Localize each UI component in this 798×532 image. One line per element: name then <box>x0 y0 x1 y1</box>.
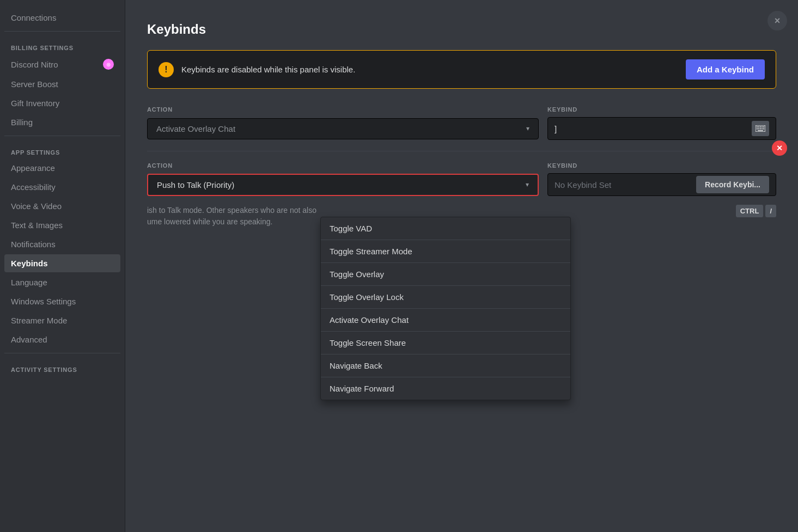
dropdown-item-toggle-streamer-mode[interactable]: Toggle Streamer Mode <box>321 240 570 263</box>
keybind-ctrl-tag: CTRL <box>736 205 764 217</box>
delete-keybind-button[interactable]: ✕ <box>772 140 787 156</box>
svg-rect-7 <box>758 129 759 130</box>
sidebar: Connections Billing Settings Discord Nit… <box>0 0 125 532</box>
action-dropdown-menu: Toggle VAD Toggle Streamer Mode Toggle O… <box>320 217 571 400</box>
sidebar-item-streamer-mode[interactable]: Streamer Mode <box>4 311 120 329</box>
sidebar-divider-2 <box>4 136 120 136</box>
sidebar-section-app: App Settings <box>4 140 120 159</box>
main-content: × Keybinds ! Keybinds are disabled while… <box>125 0 798 532</box>
keybind-labels-2: Action Keybind <box>147 162 776 169</box>
sidebar-item-windows-settings[interactable]: Windows Settings <box>4 292 120 310</box>
svg-rect-2 <box>758 126 759 127</box>
svg-rect-1 <box>757 126 758 127</box>
svg-rect-9 <box>762 129 763 130</box>
sidebar-item-server-boost[interactable]: Server Boost <box>4 75 120 93</box>
label-action-2: Action <box>147 162 547 169</box>
keybind-value-1: ] <box>555 124 557 133</box>
sidebar-section-activity: Activity Settings <box>4 358 120 376</box>
sidebar-item-billing[interactable]: Billing <box>4 113 120 131</box>
svg-rect-4 <box>762 126 763 127</box>
svg-rect-6 <box>757 129 758 130</box>
sidebar-item-connections[interactable]: Connections <box>4 9 120 27</box>
action-dropdown-1[interactable]: Activate Overlay Chat ▾ <box>147 118 539 139</box>
close-icon: × <box>775 15 781 27</box>
warning-icon: ! <box>159 62 174 77</box>
label-keybind-2: Keybind <box>547 162 776 169</box>
record-keybind-button[interactable]: Record Keybi... <box>696 176 769 193</box>
sidebar-item-gift-inventory[interactable]: Gift Inventory <box>4 94 120 112</box>
close-button[interactable]: × <box>767 11 787 30</box>
svg-rect-5 <box>763 126 764 127</box>
sidebar-item-notifications[interactable]: Notifications <box>4 235 120 253</box>
sidebar-item-discord-nitro[interactable]: Discord Nitro ⊛ <box>4 54 120 74</box>
keyboard-icon <box>756 125 765 132</box>
keybind-input-2: No Keybind Set Record Keybi... <box>547 173 776 196</box>
label-action-1: Action <box>147 106 547 113</box>
sidebar-item-text-images[interactable]: Text & Images <box>4 216 120 234</box>
sidebar-section-billing: Billing Settings <box>4 36 120 54</box>
sidebar-item-accessibility[interactable]: Accessibility <box>4 178 120 196</box>
dropdown-arrow-2: ▾ <box>526 181 529 188</box>
row-divider <box>147 151 776 151</box>
nitro-icon: ⊛ <box>103 59 114 70</box>
sidebar-item-language[interactable]: Language <box>4 273 120 291</box>
keybind-fields-1: Activate Overlay Chat ▾ ] <box>147 117 776 140</box>
dropdown-item-toggle-vad[interactable]: Toggle VAD <box>321 217 570 240</box>
warning-text: Keybinds are disabled while this panel i… <box>181 65 355 74</box>
sidebar-item-advanced[interactable]: Advanced <box>4 331 120 348</box>
warning-banner: ! Keybinds are disabled while this panel… <box>147 50 776 89</box>
keybind-tag-row: CTRL / <box>547 205 776 217</box>
keybind-slash-tag: / <box>765 205 776 217</box>
keybind-fields-2: Push to Talk (Priority) ▾ No Keybind Set… <box>147 173 776 196</box>
action-dropdown-2-value: Push to Talk (Priority) <box>157 180 234 189</box>
sidebar-item-voice-video[interactable]: Voice & Video <box>4 197 120 215</box>
dropdown-item-navigate-back[interactable]: Navigate Back <box>321 354 570 377</box>
add-keybind-button[interactable]: Add a Keybind <box>686 59 765 80</box>
warning-left: ! Keybinds are disabled while this panel… <box>159 62 355 77</box>
svg-rect-3 <box>760 126 761 127</box>
action-dropdown-1-value: Activate Overlay Chat <box>156 124 235 133</box>
sidebar-item-appearance[interactable]: Appearance <box>4 159 120 177</box>
dropdown-arrow-1: ▾ <box>526 125 529 132</box>
svg-rect-10 <box>763 129 764 130</box>
dropdown-item-toggle-screen-share[interactable]: Toggle Screen Share <box>321 332 570 354</box>
keyboard-icon-button-1[interactable] <box>752 121 769 136</box>
dropdown-item-navigate-forward[interactable]: Navigate Forward <box>321 377 570 400</box>
sidebar-item-keybinds[interactable]: Keybinds <box>4 254 120 272</box>
page-title: Keybinds <box>147 22 776 37</box>
dropdown-item-toggle-overlay[interactable]: Toggle Overlay <box>321 263 570 286</box>
dropdown-item-activate-overlay-chat[interactable]: Activate Overlay Chat <box>321 309 570 332</box>
sidebar-divider <box>4 31 120 32</box>
keybind-labels: Action Keybind <box>147 106 776 113</box>
keybind-input-1: ] <box>547 117 776 140</box>
sidebar-divider-3 <box>4 353 120 353</box>
label-keybind-1: Keybind <box>547 106 776 113</box>
delete-icon: ✕ <box>776 144 783 152</box>
svg-rect-8 <box>760 129 761 130</box>
keybind-row-1: Action Keybind Activate Overlay Chat ▾ ] <box>147 106 776 140</box>
svg-rect-11 <box>758 130 763 131</box>
dropdown-item-toggle-overlay-lock[interactable]: Toggle Overlay Lock <box>321 286 570 309</box>
action-dropdown-2[interactable]: Push to Talk (Priority) ▾ <box>147 174 539 196</box>
no-keybind-placeholder: No Keybind Set <box>555 180 611 189</box>
